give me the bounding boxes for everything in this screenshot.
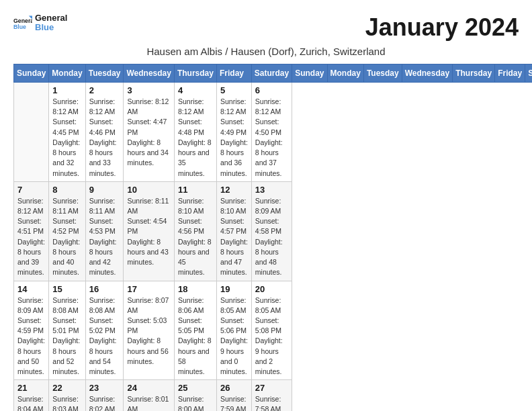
weekday-header-monday: Monday: [327, 64, 363, 83]
calendar-cell: 21Sunrise: 8:04 AM Sunset: 5:09 PM Dayli…: [14, 380, 49, 411]
day-number: 22: [52, 383, 81, 393]
logo-icon: General Blue: [13, 13, 32, 32]
day-number: 1: [52, 85, 81, 95]
day-number: 4: [178, 85, 213, 95]
calendar-cell: 7Sunrise: 8:12 AM Sunset: 4:51 PM Daylig…: [14, 181, 49, 281]
day-number: 20: [255, 284, 288, 294]
calendar-cell: 19Sunrise: 8:05 AM Sunset: 5:06 PM Dayli…: [216, 281, 251, 380]
day-info: Sunrise: 8:10 AM Sunset: 4:57 PM Dayligh…: [220, 196, 248, 278]
day-number: 26: [220, 383, 248, 393]
calendar-cell: 25Sunrise: 8:00 AM Sunset: 5:15 PM Dayli…: [174, 380, 216, 411]
day-info: Sunrise: 8:08 AM Sunset: 5:01 PM Dayligh…: [52, 295, 81, 377]
calendar-cell: 26Sunrise: 7:59 AM Sunset: 5:16 PM Dayli…: [216, 380, 251, 411]
day-info: Sunrise: 8:09 AM Sunset: 4:59 PM Dayligh…: [17, 295, 45, 377]
day-info: Sunrise: 8:12 AM Sunset: 4:48 PM Dayligh…: [178, 97, 213, 179]
day-info: Sunrise: 8:12 AM Sunset: 4:45 PM Dayligh…: [52, 97, 81, 179]
calendar-cell: 20Sunrise: 8:05 AM Sunset: 5:08 PM Dayli…: [251, 281, 292, 380]
day-info: Sunrise: 8:07 AM Sunset: 5:03 PM Dayligh…: [127, 295, 170, 367]
calendar-cell: 4Sunrise: 8:12 AM Sunset: 4:48 PM Daylig…: [174, 83, 216, 182]
day-info: Sunrise: 8:03 AM Sunset: 5:10 PM Dayligh…: [52, 394, 81, 411]
day-number: 24: [127, 383, 170, 393]
weekday-header-monday: Monday: [49, 64, 85, 83]
calendar-cell: 13Sunrise: 8:09 AM Sunset: 4:58 PM Dayli…: [251, 181, 292, 281]
day-number: 18: [178, 284, 213, 294]
location-title: Hausen am Albis / Hausen (Dorf), Zurich,…: [13, 46, 519, 57]
day-number: 3: [127, 85, 170, 95]
day-number: 10: [127, 185, 170, 195]
day-number: 2: [89, 85, 120, 95]
day-number: 11: [178, 185, 213, 195]
day-number: 9: [89, 185, 120, 195]
calendar-cell: 9Sunrise: 8:11 AM Sunset: 4:53 PM Daylig…: [85, 181, 124, 281]
day-number: 21: [17, 383, 45, 393]
weekday-header-thursday: Thursday: [174, 64, 216, 83]
weekday-header-wednesday: Wednesday: [402, 64, 452, 83]
day-info: Sunrise: 8:06 AM Sunset: 5:05 PM Dayligh…: [178, 295, 213, 377]
calendar-cell: 22Sunrise: 8:03 AM Sunset: 5:10 PM Dayli…: [49, 380, 85, 411]
weekday-header-sunday: Sunday: [14, 64, 49, 83]
day-number: 7: [17, 185, 45, 195]
day-number: 25: [178, 383, 213, 393]
calendar-cell: 18Sunrise: 8:06 AM Sunset: 5:05 PM Dayli…: [174, 281, 216, 380]
page-header: General Blue General Blue January 2024: [13, 13, 519, 42]
weekday-header-saturday: Saturday: [251, 64, 292, 83]
day-info: Sunrise: 8:02 AM Sunset: 5:12 PM Dayligh…: [89, 394, 120, 411]
calendar-week-row: 14Sunrise: 8:09 AM Sunset: 4:59 PM Dayli…: [14, 281, 533, 380]
calendar-cell: 24Sunrise: 8:01 AM Sunset: 5:13 PM Dayli…: [124, 380, 174, 411]
month-title: January 2024: [365, 13, 519, 42]
day-number: 8: [52, 185, 81, 195]
weekday-header-wednesday: Wednesday: [124, 64, 174, 83]
day-info: Sunrise: 8:09 AM Sunset: 4:58 PM Dayligh…: [255, 196, 288, 278]
day-info: Sunrise: 8:01 AM Sunset: 5:13 PM Dayligh…: [127, 394, 170, 411]
day-number: 15: [52, 284, 81, 294]
calendar-cell: 2Sunrise: 8:12 AM Sunset: 4:46 PM Daylig…: [85, 83, 124, 182]
day-number: 23: [89, 383, 120, 393]
day-info: Sunrise: 8:12 AM Sunset: 4:50 PM Dayligh…: [255, 97, 288, 179]
weekday-header-thursday: Thursday: [453, 64, 495, 83]
day-number: 5: [220, 85, 248, 95]
weekday-header-tuesday: Tuesday: [363, 64, 402, 83]
day-info: Sunrise: 8:00 AM Sunset: 5:15 PM Dayligh…: [178, 394, 213, 411]
day-info: Sunrise: 8:12 AM Sunset: 4:47 PM Dayligh…: [127, 97, 170, 169]
calendar-cell: 23Sunrise: 8:02 AM Sunset: 5:12 PM Dayli…: [85, 380, 124, 411]
day-info: Sunrise: 8:12 AM Sunset: 4:46 PM Dayligh…: [89, 97, 120, 179]
weekday-header-tuesday: Tuesday: [85, 64, 124, 83]
day-number: 12: [220, 185, 248, 195]
day-info: Sunrise: 8:11 AM Sunset: 4:52 PM Dayligh…: [52, 196, 81, 278]
calendar-cell: 8Sunrise: 8:11 AM Sunset: 4:52 PM Daylig…: [49, 181, 85, 281]
svg-text:Blue: Blue: [13, 24, 26, 30]
day-info: Sunrise: 8:11 AM Sunset: 4:54 PM Dayligh…: [127, 196, 170, 268]
day-info: Sunrise: 7:58 AM Sunset: 5:18 PM Dayligh…: [255, 394, 288, 411]
calendar-week-row: 7Sunrise: 8:12 AM Sunset: 4:51 PM Daylig…: [14, 181, 533, 281]
calendar-cell: 12Sunrise: 8:10 AM Sunset: 4:57 PM Dayli…: [216, 181, 251, 281]
calendar-header-row: SundayMondayTuesdayWednesdayThursdayFrid…: [14, 64, 533, 83]
calendar-cell: 11Sunrise: 8:10 AM Sunset: 4:56 PM Dayli…: [174, 181, 216, 281]
day-number: 17: [127, 284, 170, 294]
day-info: Sunrise: 8:08 AM Sunset: 5:02 PM Dayligh…: [89, 295, 120, 377]
day-info: Sunrise: 8:11 AM Sunset: 4:53 PM Dayligh…: [89, 196, 120, 278]
weekday-header-friday: Friday: [216, 64, 251, 83]
calendar-cell: 14Sunrise: 8:09 AM Sunset: 4:59 PM Dayli…: [14, 281, 49, 380]
day-info: Sunrise: 8:05 AM Sunset: 5:06 PM Dayligh…: [220, 295, 248, 377]
weekday-header-sunday: Sunday: [292, 64, 327, 83]
day-number: 27: [255, 383, 288, 393]
calendar-week-row: 21Sunrise: 8:04 AM Sunset: 5:09 PM Dayli…: [14, 380, 533, 411]
day-number: 16: [89, 284, 120, 294]
calendar-cell: 15Sunrise: 8:08 AM Sunset: 5:01 PM Dayli…: [49, 281, 85, 380]
calendar-cell: 6Sunrise: 8:12 AM Sunset: 4:50 PM Daylig…: [251, 83, 292, 182]
weekday-header-friday: Friday: [495, 64, 525, 83]
day-number: 6: [255, 85, 288, 95]
calendar-table: SundayMondayTuesdayWednesdayThursdayFrid…: [13, 64, 532, 411]
day-number: 19: [220, 284, 248, 294]
day-number: 14: [17, 284, 45, 294]
calendar-cell: 3Sunrise: 8:12 AM Sunset: 4:47 PM Daylig…: [124, 83, 174, 182]
day-info: Sunrise: 8:10 AM Sunset: 4:56 PM Dayligh…: [178, 196, 213, 278]
calendar-cell: [14, 83, 49, 182]
calendar-week-row: 1Sunrise: 8:12 AM Sunset: 4:45 PM Daylig…: [14, 83, 533, 182]
logo-general: General: [35, 13, 67, 23]
day-info: Sunrise: 8:05 AM Sunset: 5:08 PM Dayligh…: [255, 295, 288, 377]
day-info: Sunrise: 7:59 AM Sunset: 5:16 PM Dayligh…: [220, 394, 248, 411]
logo: General Blue General Blue: [13, 13, 67, 33]
day-number: 13: [255, 185, 288, 195]
logo-blue: Blue: [35, 23, 67, 32]
